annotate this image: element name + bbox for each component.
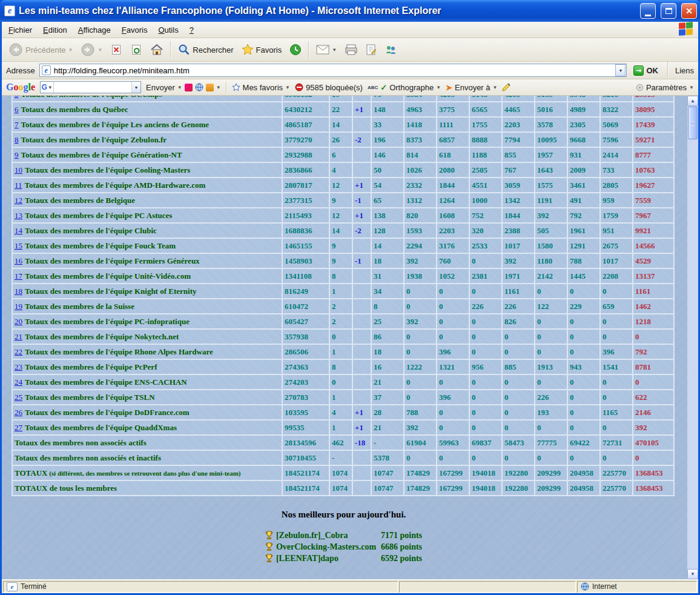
history-button[interactable] — [286, 42, 305, 58]
stat-cell: -1 — [353, 193, 371, 207]
team-name-cell: 10Totaux des membres de l'équipe Cooling… — [13, 163, 282, 177]
table-row: 24Totaux des membres de l'équipe ENS-CAC… — [13, 375, 673, 389]
stat-cell — [353, 118, 371, 131]
stat-cell: 3584 — [404, 96, 436, 101]
forward-button[interactable]: ▼ — [77, 41, 106, 59]
refresh-button[interactable] — [127, 42, 146, 58]
stat-cell: 1971 — [503, 269, 534, 283]
stat-cell: 0 — [535, 330, 567, 344]
rank-link[interactable]: 12 — [15, 196, 22, 205]
home-button[interactable] — [147, 42, 167, 58]
stat-cell: 1961 — [568, 224, 599, 238]
stat-cell: - — [372, 436, 403, 450]
popup-blocker-button[interactable]: 9585 bloquée(s) — [295, 83, 363, 92]
stat-cell: 1 — [330, 420, 352, 434]
scrollbar-thumb[interactable] — [688, 107, 698, 139]
team-name: Totaux des membres non associés et inact… — [15, 453, 161, 462]
rank-link[interactable]: 18 — [15, 287, 22, 296]
stat-cell: 2 — [330, 299, 352, 313]
rank-link[interactable]: 10 — [15, 165, 22, 175]
rank-link[interactable]: 17 — [15, 271, 22, 281]
edit-button[interactable] — [362, 42, 380, 58]
table-row: 19Totaux des membres de la Suisse6104722… — [13, 299, 673, 313]
menu-item-favoris[interactable]: Favoris — [116, 23, 153, 37]
rank-link[interactable]: 23 — [15, 362, 22, 371]
stat-cell: 28 — [372, 405, 403, 419]
google-search-dropdown[interactable]: ▼ — [131, 82, 140, 93]
stat-cell: 618 — [437, 148, 469, 162]
rank-link[interactable]: 19 — [15, 302, 22, 311]
stat-cell: 0 — [330, 330, 352, 344]
favorites-button[interactable]: Favoris — [238, 42, 286, 58]
table-row: 15Totaux des membres de l'équipe Fouck T… — [13, 239, 673, 253]
stop-button[interactable] — [107, 42, 126, 58]
table-row: Totaux des membres non associés et inact… — [13, 451, 673, 465]
rank-link[interactable]: 9 — [15, 150, 19, 159]
menu-item-edition[interactable]: Edition — [38, 23, 73, 37]
spellcheck-button[interactable]: ABC ✓ Orthographe ▼ — [368, 83, 441, 92]
rank-link[interactable]: 7 — [15, 120, 19, 129]
rank-link[interactable]: 6 — [15, 105, 19, 114]
links-label[interactable]: Liens — [675, 66, 694, 75]
stat-cell: 8373 — [404, 133, 436, 147]
zone-label: Internet — [592, 582, 617, 591]
rank-link[interactable]: 14 — [15, 226, 22, 235]
close-button[interactable]: ✕ — [681, 3, 697, 19]
rank-link[interactable]: 26 — [15, 408, 22, 417]
tools-dropdown-icon: ▼ — [216, 85, 221, 90]
google-favorites-button[interactable]: Mes favoris ▼ — [232, 83, 290, 92]
highlighter-icon[interactable] — [502, 83, 511, 91]
minimize-button[interactable] — [640, 3, 656, 19]
rank-link[interactable]: 5 — [15, 96, 19, 99]
rank-link[interactable]: 11 — [15, 181, 22, 190]
google-search-box: G▼ ▼ — [40, 81, 141, 93]
send-to-button[interactable]: ➤ Envoyer à ▼ — [446, 83, 497, 92]
rank-link[interactable]: 15 — [15, 241, 22, 250]
stat-cell: 204958 — [568, 466, 599, 480]
back-button[interactable]: Précédente ▼ — [5, 41, 76, 59]
rank-link[interactable]: 27 — [15, 423, 22, 432]
rank-link[interactable]: 13 — [15, 211, 22, 220]
rank-link[interactable]: 22 — [15, 347, 22, 356]
menu-item-?[interactable]: ? — [184, 23, 199, 37]
scroll-up-button[interactable]: ▲ — [687, 96, 698, 106]
best-entry-name: [Zebulon.fr]_Cobra — [276, 531, 378, 540]
address-dropdown-button[interactable]: ▼ — [615, 64, 626, 76]
rank-link[interactable]: 8 — [15, 135, 19, 144]
scroll-down-button[interactable]: ▼ — [687, 569, 698, 579]
stat-cell — [353, 481, 371, 495]
google-send-button[interactable]: Envoyer ▼ ▼ — [146, 83, 221, 92]
stat-cell: 0 — [568, 330, 599, 344]
google-g-button[interactable]: G▼ — [41, 82, 54, 93]
stat-cell: 2294 — [404, 239, 436, 253]
google-search-input[interactable] — [54, 82, 131, 93]
menu-item-affichage[interactable]: Affichage — [73, 23, 116, 37]
stat-cell: 2305 — [568, 118, 599, 131]
rank-link[interactable]: 21 — [15, 332, 22, 341]
stat-cell: 792 — [633, 345, 673, 359]
rank-link[interactable]: 16 — [15, 256, 22, 265]
stat-cell: 13137 — [633, 269, 673, 283]
stat-cell: 274203 — [283, 375, 329, 389]
menu-item-fichier[interactable]: Fichier — [3, 23, 38, 37]
best-list: [Zebulon.fr]_Cobra7171 pointsOverClockin… — [265, 530, 422, 564]
menu-item-outils[interactable]: Outils — [153, 23, 183, 37]
search-button[interactable]: Rechercher — [174, 42, 237, 58]
stat-cell: 148 — [372, 102, 403, 116]
settings-button[interactable]: Paramètres ▼ — [636, 83, 694, 92]
table-row: 27Totaux des membres de l'équipe QuaddXm… — [13, 420, 673, 434]
rank-link[interactable]: 20 — [15, 317, 22, 326]
scrollbar-track[interactable] — [687, 106, 698, 569]
rank-link[interactable]: 25 — [15, 393, 22, 402]
stat-cell: 2807817 — [283, 178, 329, 192]
best-title: Nos meilleurs pour aujourd'hui. — [12, 510, 676, 520]
messenger-button[interactable] — [381, 42, 400, 58]
stat-cell: 0 — [601, 420, 632, 434]
go-button[interactable]: ➞ OK — [631, 64, 661, 77]
address-input[interactable] — [54, 66, 613, 75]
mail-button[interactable]: ▼ — [312, 43, 340, 56]
rank-link[interactable]: 24 — [15, 377, 22, 387]
print-button[interactable] — [341, 42, 362, 58]
stat-cell: 5016 — [535, 102, 567, 116]
maximize-button[interactable] — [661, 3, 676, 19]
